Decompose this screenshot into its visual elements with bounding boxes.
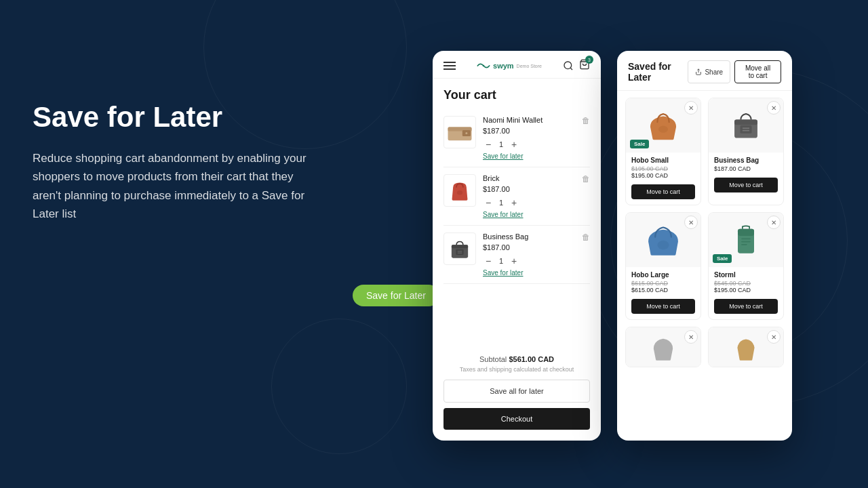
svg-rect-23 (741, 238, 751, 239)
hamburger-icon[interactable] (443, 62, 456, 70)
qty-controls: − 1 + (483, 139, 590, 150)
move-to-cart-button[interactable]: Move to cart (631, 299, 695, 314)
saved-item-original-price: $195.00 CAD (631, 165, 695, 172)
svg-point-14 (658, 125, 668, 132)
cart-item-name: Brick (483, 174, 590, 182)
cart-body: Naomi Mini Wallet $187.00 − 1 + Save for… (433, 109, 601, 347)
svg-point-7 (457, 190, 462, 195)
trash-icon[interactable]: 🗑 (582, 116, 590, 125)
cart-title: Your cart (433, 79, 601, 109)
subtotal-amount: $561.00 CAD (509, 355, 554, 363)
qty-increase[interactable]: + (509, 197, 519, 208)
cart-item-price: $187.00 (483, 185, 590, 193)
trash-icon[interactable]: 🗑 (582, 232, 590, 242)
qty-increase[interactable]: + (509, 256, 519, 266)
cart-item-details: Business Bag $187.00 − 1 + Save for late… (483, 232, 590, 277)
svg-rect-22 (738, 229, 754, 236)
close-button[interactable]: ✕ (684, 101, 698, 115)
cart-item-details: Brick $187.00 − 1 + Save for later (483, 174, 590, 218)
sale-badge: Sale (713, 254, 732, 263)
svg-point-6 (465, 132, 467, 134)
save-all-button[interactable]: Save all for later (443, 380, 590, 403)
wallet-image (447, 122, 473, 142)
saved-item-name: Hobo Small (631, 157, 695, 164)
qty-increase[interactable]: + (509, 139, 519, 150)
move-to-cart-button[interactable]: Move to cart (714, 299, 778, 314)
qty-value: 1 (499, 140, 503, 148)
saved-item: ✕ (625, 327, 701, 367)
svg-rect-25 (741, 244, 747, 245)
sale-badge: Sale (630, 140, 649, 148)
save-for-later-badge: Save for Later (353, 285, 439, 306)
left-section: Save for Later Reduce shopping cart aban… (33, 102, 317, 223)
hobo-large-image (645, 223, 682, 257)
qty-controls: − 1 + (483, 197, 590, 208)
share-label: Share (705, 68, 723, 76)
saved-item: ✕ Sale Storml $545.00 CAD $195.00 (708, 212, 784, 320)
cart-item-image (443, 232, 476, 265)
cart-phone-mockup: swym Demo Store 3 Your cart (433, 51, 601, 441)
cart-item-name: Business Bag (483, 232, 590, 241)
cart-item-image (443, 116, 476, 148)
qty-decrease[interactable]: − (483, 256, 494, 266)
move-to-cart-button[interactable]: Move to cart (631, 184, 695, 199)
qty-decrease[interactable]: − (483, 139, 494, 150)
save-for-later-link[interactable]: Save for later (483, 269, 590, 277)
saved-body: ✕ Sale Hobo Small $195.00 CAD $195.00 CA… (617, 91, 792, 441)
svg-rect-10 (456, 249, 463, 255)
qty-controls: − 1 + (483, 256, 590, 266)
svg-rect-12 (458, 253, 462, 253)
close-button[interactable]: ✕ (767, 101, 781, 115)
close-button[interactable]: ✕ (767, 216, 781, 229)
save-for-later-link[interactable]: Save for later (483, 211, 590, 218)
saved-item-info: Business Bag $187.00 CAD (709, 152, 783, 175)
cart-icon-wrapper[interactable]: 3 (579, 59, 590, 73)
svg-rect-11 (458, 251, 462, 251)
cart-item: Brick $187.00 − 1 + Save for later 🗑 (443, 167, 590, 226)
cart-item-details: Naomi Mini Wallet $187.00 − 1 + Save for… (483, 116, 590, 160)
saved-item-price: $187.00 CAD (714, 165, 778, 172)
svg-rect-17 (741, 125, 752, 134)
subtotal-label: Subtotal (479, 355, 507, 363)
cart-item: Business Bag $187.00 − 1 + Save for late… (443, 226, 590, 284)
checkout-button[interactable]: Checkout (443, 408, 590, 430)
saved-item-info: Storml $545.00 CAD $195.00 CAD (709, 267, 783, 296)
close-button[interactable]: ✕ (767, 330, 781, 344)
saved-items-grid: ✕ Sale Hobo Small $195.00 CAD $195.00 CA… (625, 91, 784, 374)
svg-rect-18 (743, 127, 749, 129)
saved-item-price: $615.00 CAD (631, 287, 695, 293)
saved-for-later-panel: Saved for Later Share Move all to cart ✕ (617, 51, 792, 441)
brick-bag-image (448, 178, 472, 203)
share-icon (695, 68, 702, 75)
cart-item-name: Naomi Mini Wallet (483, 116, 590, 124)
hobo-small-image (646, 109, 681, 142)
cart-item-price: $187.00 (483, 243, 590, 251)
saved-item-price: $195.00 CAD (714, 287, 778, 293)
storml-image (730, 223, 762, 257)
save-for-later-link[interactable]: Save for later (483, 152, 590, 160)
qty-value: 1 (499, 199, 503, 207)
cart-item-price: $187.00 (483, 127, 590, 135)
close-button[interactable]: ✕ (684, 216, 698, 229)
saved-panel-title: Saved for Later (628, 61, 688, 83)
page-description: Reduce shopping cart abandonment by enab… (33, 149, 317, 223)
saved-item: ✕ Business Bag $187.00 CAD Move to c (708, 98, 784, 205)
move-all-button[interactable]: Move all to cart (734, 60, 781, 83)
business-bag-saved-image (730, 110, 762, 140)
cart-header-icons: 3 (563, 59, 590, 73)
saved-panel-header: Saved for Later Share Move all to cart (617, 51, 792, 91)
svg-rect-16 (734, 120, 757, 125)
move-to-cart-button[interactable]: Move to cart (714, 178, 778, 192)
close-button[interactable]: ✕ (684, 330, 698, 344)
cart-item: Naomi Mini Wallet $187.00 − 1 + Save for… (443, 109, 590, 167)
search-icon[interactable] (563, 60, 574, 71)
saved-item: ✕ Hobo Large $615.00 CAD $615.00 CAD Mov… (625, 212, 701, 320)
business-bag-image (448, 237, 471, 260)
saved-item-original-price: $615.00 CAD (631, 280, 695, 287)
qty-value: 1 (499, 257, 503, 265)
cart-phone-header: swym Demo Store 3 (433, 51, 601, 79)
share-button[interactable]: Share (688, 60, 730, 83)
trash-icon[interactable]: 🗑 (582, 174, 590, 184)
qty-decrease[interactable]: − (483, 197, 494, 208)
svg-rect-9 (452, 245, 468, 248)
